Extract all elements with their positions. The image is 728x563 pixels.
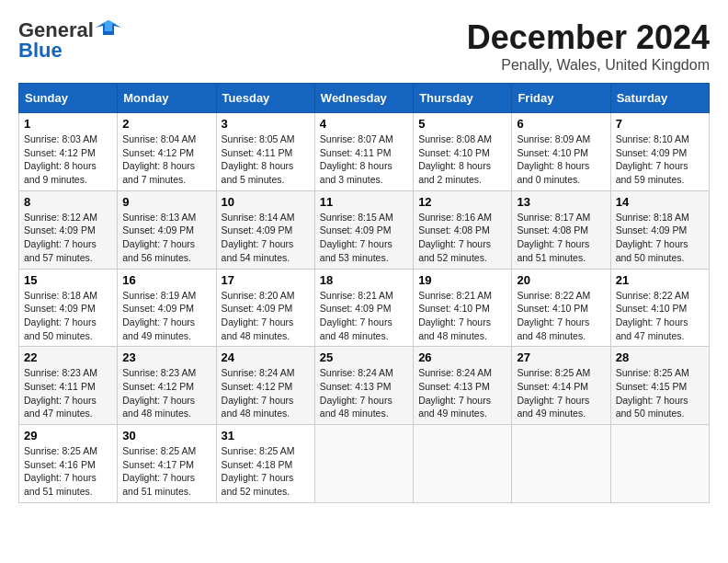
cell-info: Sunrise: 8:25 AM Sunset: 4:17 PM Dayligh… — [122, 444, 210, 499]
calendar-cell: 17 Sunrise: 8:20 AM Sunset: 4:09 PM Dayl… — [216, 269, 314, 347]
cell-info: Sunrise: 8:15 AM Sunset: 4:09 PM Dayligh… — [320, 211, 408, 265]
day-header-monday: Monday — [118, 84, 216, 113]
location: Penally, Wales, United Kingdom — [467, 57, 710, 74]
day-number: 24 — [222, 350, 310, 364]
calendar-cell: 8 Sunrise: 8:12 AM Sunset: 4:09 PM Dayli… — [19, 190, 118, 269]
cell-info: Sunrise: 8:20 AM Sunset: 4:09 PM Dayligh… — [222, 289, 310, 343]
calendar-cell: 23 Sunrise: 8:23 AM Sunset: 4:12 PM Dayl… — [118, 347, 216, 425]
calendar-cell: 1 Sunrise: 8:03 AM Sunset: 4:12 PM Dayli… — [19, 113, 118, 191]
cell-info: Sunrise: 8:10 AM Sunset: 4:09 PM Dayligh… — [616, 132, 704, 187]
day-number: 10 — [222, 195, 310, 209]
cell-info: Sunrise: 8:08 AM Sunset: 4:10 PM Dayligh… — [418, 132, 506, 187]
calendar-cell: 21 Sunrise: 8:22 AM Sunset: 4:10 PM Dayl… — [610, 269, 709, 347]
cell-info: Sunrise: 8:25 AM Sunset: 4:14 PM Dayligh… — [517, 366, 605, 420]
day-number: 15 — [24, 273, 112, 287]
day-header-sunday: Sunday — [19, 84, 118, 113]
day-number: 6 — [517, 117, 605, 131]
cell-info: Sunrise: 8:18 AM Sunset: 4:09 PM Dayligh… — [616, 211, 704, 265]
cell-info: Sunrise: 8:12 AM Sunset: 4:09 PM Dayligh… — [24, 211, 112, 265]
calendar-cell: 16 Sunrise: 8:19 AM Sunset: 4:09 PM Dayl… — [118, 269, 216, 347]
calendar-cell: 25 Sunrise: 8:24 AM Sunset: 4:13 PM Dayl… — [314, 347, 413, 425]
logo-blue: Blue — [18, 39, 63, 63]
calendar-cell: 26 Sunrise: 8:24 AM Sunset: 4:13 PM Dayl… — [414, 347, 512, 425]
day-number: 30 — [122, 429, 210, 442]
month-title: December 2024 — [467, 18, 710, 57]
day-number: 31 — [222, 429, 310, 442]
day-number: 11 — [320, 195, 408, 209]
day-number: 17 — [222, 273, 310, 287]
day-number: 3 — [222, 117, 310, 131]
day-number: 13 — [517, 195, 605, 209]
calendar-cell: 30 Sunrise: 8:25 AM Sunset: 4:17 PM Dayl… — [118, 425, 216, 503]
day-number: 19 — [418, 273, 506, 287]
calendar-cell: 5 Sunrise: 8:08 AM Sunset: 4:10 PM Dayli… — [414, 113, 512, 191]
day-number: 8 — [24, 195, 112, 209]
day-number: 28 — [616, 350, 704, 364]
cell-info: Sunrise: 8:21 AM Sunset: 4:09 PM Dayligh… — [320, 289, 408, 343]
calendar-cell: 11 Sunrise: 8:15 AM Sunset: 4:09 PM Dayl… — [314, 190, 413, 269]
day-number: 22 — [24, 350, 112, 364]
calendar-cell: 14 Sunrise: 8:18 AM Sunset: 4:09 PM Dayl… — [610, 190, 709, 269]
day-header-friday: Friday — [512, 84, 610, 113]
day-header-thursday: Thursday — [414, 84, 512, 113]
cell-info: Sunrise: 8:25 AM Sunset: 4:15 PM Dayligh… — [616, 366, 704, 420]
cell-info: Sunrise: 8:13 AM Sunset: 4:09 PM Dayligh… — [122, 211, 210, 265]
calendar-cell — [610, 425, 709, 503]
day-header-saturday: Saturday — [610, 84, 709, 113]
day-number: 5 — [418, 117, 506, 131]
calendar-cell: 29 Sunrise: 8:25 AM Sunset: 4:16 PM Dayl… — [19, 425, 118, 503]
day-number: 20 — [517, 273, 605, 287]
cell-info: Sunrise: 8:19 AM Sunset: 4:09 PM Dayligh… — [122, 289, 210, 343]
day-number: 7 — [616, 117, 704, 131]
calendar-cell: 2 Sunrise: 8:04 AM Sunset: 4:12 PM Dayli… — [118, 113, 216, 191]
cell-info: Sunrise: 8:03 AM Sunset: 4:12 PM Dayligh… — [24, 132, 112, 187]
day-number: 29 — [24, 429, 112, 442]
calendar-cell: 13 Sunrise: 8:17 AM Sunset: 4:08 PM Dayl… — [512, 190, 610, 269]
calendar-week-row: 22 Sunrise: 8:23 AM Sunset: 4:11 PM Dayl… — [19, 347, 710, 425]
day-number: 9 — [122, 195, 210, 209]
day-number: 25 — [320, 350, 408, 364]
day-number: 2 — [122, 117, 210, 131]
calendar-cell: 7 Sunrise: 8:10 AM Sunset: 4:09 PM Dayli… — [610, 113, 709, 191]
cell-info: Sunrise: 8:24 AM Sunset: 4:12 PM Dayligh… — [222, 366, 310, 420]
calendar-cell: 28 Sunrise: 8:25 AM Sunset: 4:15 PM Dayl… — [610, 347, 709, 425]
day-number: 23 — [122, 350, 210, 364]
cell-info: Sunrise: 8:18 AM Sunset: 4:09 PM Dayligh… — [24, 289, 112, 343]
calendar-cell: 31 Sunrise: 8:25 AM Sunset: 4:18 PM Dayl… — [216, 425, 314, 503]
calendar-cell: 9 Sunrise: 8:13 AM Sunset: 4:09 PM Dayli… — [118, 190, 216, 269]
day-number: 16 — [122, 273, 210, 287]
cell-info: Sunrise: 8:05 AM Sunset: 4:11 PM Dayligh… — [222, 132, 310, 187]
day-number: 27 — [517, 350, 605, 364]
day-number: 18 — [320, 273, 408, 287]
cell-info: Sunrise: 8:25 AM Sunset: 4:16 PM Dayligh… — [24, 444, 112, 499]
calendar-cell: 27 Sunrise: 8:25 AM Sunset: 4:14 PM Dayl… — [512, 347, 610, 425]
day-number: 14 — [616, 195, 704, 209]
cell-info: Sunrise: 8:23 AM Sunset: 4:11 PM Dayligh… — [24, 366, 112, 420]
logo: General Blue — [18, 18, 121, 63]
cell-info: Sunrise: 8:04 AM Sunset: 4:12 PM Dayligh… — [122, 132, 210, 187]
calendar-cell — [512, 425, 610, 503]
day-number: 26 — [418, 350, 506, 364]
page-header: General Blue December 2024 Penally, Wale… — [18, 18, 710, 74]
calendar-cell: 24 Sunrise: 8:24 AM Sunset: 4:12 PM Dayl… — [216, 347, 314, 425]
calendar-cell: 12 Sunrise: 8:16 AM Sunset: 4:08 PM Dayl… — [414, 190, 512, 269]
calendar-cell: 19 Sunrise: 8:21 AM Sunset: 4:10 PM Dayl… — [414, 269, 512, 347]
cell-info: Sunrise: 8:17 AM Sunset: 4:08 PM Dayligh… — [517, 211, 605, 265]
calendar-cell: 6 Sunrise: 8:09 AM Sunset: 4:10 PM Dayli… — [512, 113, 610, 191]
calendar-cell: 10 Sunrise: 8:14 AM Sunset: 4:09 PM Dayl… — [216, 190, 314, 269]
calendar-cell — [414, 425, 512, 503]
calendar-cell — [314, 425, 413, 503]
cell-info: Sunrise: 8:14 AM Sunset: 4:09 PM Dayligh… — [222, 211, 310, 265]
day-header-tuesday: Tuesday — [216, 84, 314, 113]
calendar-cell: 4 Sunrise: 8:07 AM Sunset: 4:11 PM Dayli… — [314, 113, 413, 191]
cell-info: Sunrise: 8:24 AM Sunset: 4:13 PM Dayligh… — [418, 366, 506, 420]
calendar-week-row: 1 Sunrise: 8:03 AM Sunset: 4:12 PM Dayli… — [19, 113, 710, 191]
calendar-week-row: 29 Sunrise: 8:25 AM Sunset: 4:16 PM Dayl… — [19, 425, 710, 503]
logo-bird-icon — [96, 18, 121, 39]
calendar-cell: 20 Sunrise: 8:22 AM Sunset: 4:10 PM Dayl… — [512, 269, 610, 347]
cell-info: Sunrise: 8:21 AM Sunset: 4:10 PM Dayligh… — [418, 289, 506, 343]
calendar-header-row: SundayMondayTuesdayWednesdayThursdayFrid… — [19, 84, 710, 113]
calendar-cell: 3 Sunrise: 8:05 AM Sunset: 4:11 PM Dayli… — [216, 113, 314, 191]
calendar-week-row: 15 Sunrise: 8:18 AM Sunset: 4:09 PM Dayl… — [19, 269, 710, 347]
day-number: 1 — [24, 117, 112, 131]
